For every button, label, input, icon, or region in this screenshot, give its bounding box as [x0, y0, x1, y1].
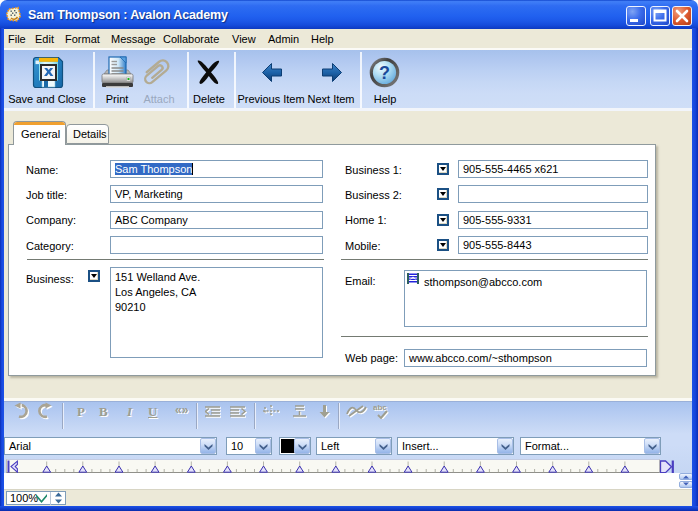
svg-text:abc: abc: [373, 403, 387, 412]
svg-text:?: ?: [379, 63, 390, 83]
